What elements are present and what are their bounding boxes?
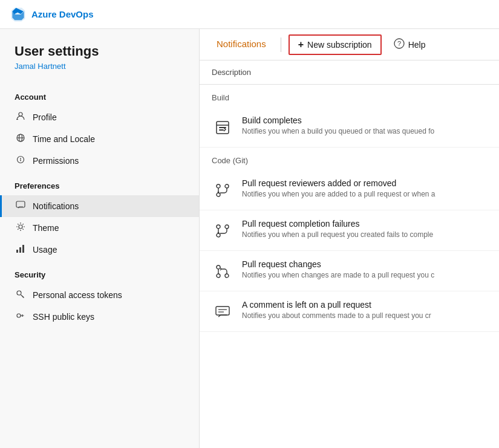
section-label-preferences: Preferences xyxy=(0,172,199,195)
new-subscription-button[interactable]: + New subscription xyxy=(289,34,382,55)
person-icon xyxy=(15,111,27,123)
svg-point-6 xyxy=(20,160,21,161)
svg-point-25 xyxy=(225,225,229,229)
svg-point-28 xyxy=(217,265,220,269)
help-button[interactable]: ? Help xyxy=(386,34,433,54)
svg-rect-19 xyxy=(219,129,224,131)
svg-point-12 xyxy=(17,291,21,295)
sidebar-item-time-locale[interactable]: Time and Locale xyxy=(0,128,199,150)
list-item[interactable]: Build completes Notifies you when a buil… xyxy=(200,107,499,148)
notif-title: Pull request reviewers added or removed xyxy=(242,178,487,188)
section-label-security: Security xyxy=(0,261,199,284)
svg-point-30 xyxy=(217,274,220,278)
sidebar-item-permissions[interactable]: Permissions xyxy=(0,150,199,172)
notif-title: Build completes xyxy=(242,115,487,125)
permissions-label: Permissions xyxy=(33,156,79,166)
ssh-keys-label: SSH public keys xyxy=(33,312,94,322)
main-layout: User settings Jamal Hartnett Account Pro… xyxy=(0,29,499,448)
notif-desc: Notifies you when a build you queued or … xyxy=(242,127,487,135)
key-icon xyxy=(15,289,27,301)
svg-point-20 xyxy=(217,184,220,188)
help-circle-icon: ? xyxy=(394,38,405,51)
group-label-build: Build xyxy=(200,85,499,107)
comment-icon xyxy=(212,301,233,323)
table-header: Description xyxy=(200,60,499,85)
svg-point-21 xyxy=(225,184,229,188)
permissions-icon xyxy=(15,155,27,167)
notif-text: Build completes Notifies you when a buil… xyxy=(242,115,487,135)
theme-label: Theme xyxy=(33,223,59,233)
content-body: Description Build Build completes Not xyxy=(200,60,499,448)
build-icon xyxy=(212,117,233,138)
sidebar-title: User settings xyxy=(15,44,184,59)
notif-desc: Notifies you about comments made to a pu… xyxy=(242,311,487,320)
usage-icon xyxy=(15,244,27,256)
sidebar-subtitle: Jamal Hartnett xyxy=(15,62,184,71)
notif-title: Pull request changes xyxy=(242,259,487,269)
new-subscription-label: New subscription xyxy=(307,40,372,50)
pr-changes-icon xyxy=(212,261,233,282)
pr-icon xyxy=(212,220,233,242)
content-area: Notifications + New subscription ? Help … xyxy=(200,29,499,448)
notif-desc: Notifies you when changes are made to a … xyxy=(242,271,487,279)
sidebar-item-usage[interactable]: Usage xyxy=(0,239,199,261)
personal-access-tokens-label: Personal access tokens xyxy=(33,290,122,300)
ssh-icon xyxy=(15,311,27,323)
sidebar-item-ssh-public-keys[interactable]: SSH public keys xyxy=(0,306,199,328)
tab-divider xyxy=(281,37,281,52)
section-label-account: Account xyxy=(0,83,199,106)
notif-text: Pull request changes Notifies you when c… xyxy=(242,259,487,279)
azure-devops-logo[interactable]: Azure DevOps xyxy=(10,6,94,23)
chat-icon xyxy=(15,200,27,212)
notif-text: Pull request reviewers added or removed … xyxy=(242,178,487,198)
svg-point-24 xyxy=(217,225,220,229)
topbar: Azure DevOps xyxy=(0,0,499,29)
svg-rect-9 xyxy=(16,250,18,253)
notif-text: A comment is left on a pull request Noti… xyxy=(242,300,487,320)
list-item[interactable]: Pull request completion failures Notifie… xyxy=(200,210,499,251)
sidebar-item-theme[interactable]: Theme xyxy=(0,217,199,239)
svg-rect-18 xyxy=(219,127,226,128)
sidebar: User settings Jamal Hartnett Account Pro… xyxy=(0,29,200,448)
logo-icon xyxy=(10,6,27,23)
pr-icon xyxy=(212,180,233,201)
list-item[interactable]: Pull request changes Notifies you when c… xyxy=(200,251,499,291)
svg-rect-11 xyxy=(22,245,24,253)
svg-point-0 xyxy=(19,112,22,116)
notif-text: Pull request completion failures Notifie… xyxy=(242,219,487,239)
logo-text: Azure DevOps xyxy=(31,9,94,19)
list-item[interactable]: Pull request reviewers added or removed … xyxy=(200,170,499,210)
theme-icon xyxy=(15,222,27,234)
plus-icon: + xyxy=(298,39,304,50)
sidebar-item-notifications[interactable]: Notifications xyxy=(0,195,199,217)
svg-point-29 xyxy=(225,274,229,278)
notif-title: A comment is left on a pull request xyxy=(242,300,487,310)
notif-title: Pull request completion failures xyxy=(242,219,487,229)
sidebar-item-profile[interactable]: Profile xyxy=(0,106,199,128)
sidebar-item-personal-access-tokens[interactable]: Personal access tokens xyxy=(0,284,199,306)
svg-rect-31 xyxy=(216,307,229,315)
globe-icon xyxy=(15,133,27,145)
usage-label: Usage xyxy=(33,245,57,255)
profile-label: Profile xyxy=(33,112,57,122)
svg-text:?: ? xyxy=(397,40,401,47)
svg-point-13 xyxy=(17,314,21,317)
group-label-code-git: Code (Git) xyxy=(200,148,499,170)
svg-point-8 xyxy=(19,225,22,229)
sidebar-header: User settings Jamal Hartnett xyxy=(0,44,199,83)
notifications-tab[interactable]: Notifications xyxy=(209,30,273,59)
list-item[interactable]: A comment is left on a pull request Noti… xyxy=(200,291,499,332)
notif-desc: Notifies you when you are added to a pul… xyxy=(242,190,487,198)
svg-rect-10 xyxy=(19,247,21,253)
notif-desc: Notifies you when a pull request you cre… xyxy=(242,230,487,239)
time-locale-label: Time and Locale xyxy=(33,134,95,144)
help-label: Help xyxy=(408,40,426,50)
notifications-label: Notifications xyxy=(33,201,79,211)
content-header: Notifications + New subscription ? Help xyxy=(200,29,499,60)
